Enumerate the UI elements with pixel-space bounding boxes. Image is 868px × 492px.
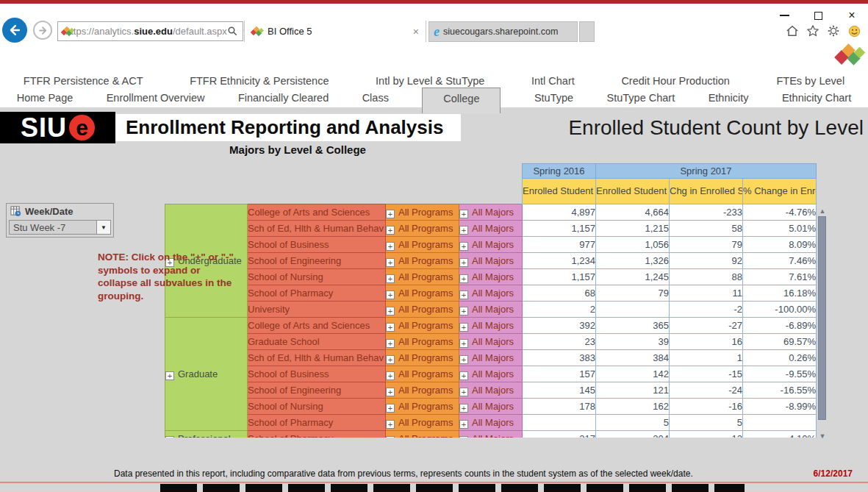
expand-icon[interactable] (386, 274, 395, 283)
week-date-dropdown[interactable]: Stu Week -7 ▼ (9, 220, 111, 235)
browser-tab-inactive[interactable]: e siuecougars.sharepoint.com (428, 21, 578, 42)
maximize-icon (814, 12, 822, 20)
scroll-up-icon[interactable]: ▲ (817, 207, 828, 215)
majors-cell: All Majors (459, 399, 523, 415)
filter-label: Week/Date (25, 206, 73, 217)
forward-button[interactable] (33, 21, 52, 40)
expand-icon[interactable] (459, 371, 468, 380)
nav-tab-ethnicity-chart[interactable]: Ethnicity Chart (782, 92, 851, 104)
nav-tab-enrollment-overview[interactable]: Enrollment Overview (107, 92, 205, 104)
nav-tab-financially-cleared[interactable]: Financially Cleared (238, 92, 329, 104)
expand-icon[interactable] (459, 274, 468, 283)
programs-cell: All Programs (386, 431, 459, 438)
expand-icon[interactable] (459, 355, 468, 364)
value-cell: 5 (596, 415, 670, 431)
value-cell: 304 (596, 431, 670, 438)
expand-icon[interactable] (165, 371, 174, 380)
value-cell: 977 (523, 237, 596, 253)
expand-icon[interactable] (386, 242, 395, 251)
expand-icon[interactable] (386, 339, 395, 348)
nav-tab-ftfr-persistence-act[interactable]: FTFR Persistence & ACT (24, 75, 143, 87)
value-cell: 5.01% (743, 221, 817, 237)
window-titlebar: × (0, 4, 868, 21)
expand-icon[interactable] (459, 307, 468, 315)
expand-icon[interactable] (459, 404, 468, 413)
address-bar[interactable]: https://analytics.siue.edu/default.aspx … (57, 21, 243, 41)
scroll-down-icon[interactable]: ▼ (817, 432, 828, 441)
tab-close-icon[interactable]: × (413, 26, 419, 38)
home-button[interactable] (785, 24, 800, 38)
back-button[interactable] (2, 18, 27, 43)
expand-icon[interactable] (386, 404, 395, 413)
minimize-button[interactable] (775, 10, 793, 21)
expand-icon[interactable] (386, 355, 395, 364)
expand-icon[interactable] (459, 339, 468, 348)
value-cell: 157 (523, 366, 596, 382)
expand-icon[interactable] (386, 210, 395, 218)
nav-tab-ftfr-ethnicity-persistence[interactable]: FTFR Ethnicity & Persistence (190, 75, 329, 87)
feedback-button[interactable] (847, 24, 861, 38)
table-scrollbar[interactable]: ▲ ▼ (817, 207, 828, 441)
expand-icon[interactable] (386, 258, 395, 267)
college-cell: College of Arts and Sciences (248, 204, 386, 221)
table-row: School of BusinessAll ProgramsAll Majors… (165, 237, 817, 253)
value-cell: 1,326 (596, 253, 670, 269)
search-icon[interactable] (227, 26, 238, 37)
settings-button[interactable] (826, 24, 841, 38)
expand-icon[interactable] (459, 226, 468, 235)
expand-icon[interactable] (459, 258, 468, 267)
measure-header: Enrolled Student Count (523, 179, 596, 204)
majors-cell: All Majors (459, 285, 523, 302)
expand-icon[interactable] (386, 420, 395, 429)
expand-icon[interactable] (386, 388, 395, 396)
nav-tab-intl-by-level-stutype[interactable]: Intl by Level & StuType (376, 75, 484, 87)
note-text: NOTE: Click on the "+" or "-" symbols to… (98, 251, 239, 302)
nav-tab-credit-hour-production[interactable]: Credit Hour Production (621, 75, 730, 87)
nav-tab-ftes-by-level[interactable]: FTEs by Level (776, 75, 844, 87)
header-spacer (165, 179, 523, 204)
expand-icon[interactable] (386, 226, 395, 235)
value-cell: -4.76% (743, 204, 817, 221)
report-date: 6/12/2017 (814, 468, 853, 479)
level-cell-graduate: Graduate (165, 318, 248, 431)
expand-icon[interactable] (459, 436, 468, 438)
expand-icon[interactable] (165, 436, 174, 438)
nav-tab-intl-chart[interactable]: Intl Chart (531, 75, 575, 87)
expand-icon[interactable] (459, 290, 468, 299)
scroll-thumb[interactable] (818, 216, 826, 420)
majors-cell: All Majors (459, 269, 523, 285)
expand-icon[interactable] (386, 290, 395, 299)
nav-tab-stutype[interactable]: StuType (534, 92, 573, 104)
nav-tab-ethnicity[interactable]: Ethnicity (709, 92, 749, 104)
new-tab-button[interactable] (579, 21, 595, 42)
term-header-spring-2016: Spring 2016 (523, 164, 596, 179)
expand-icon[interactable] (386, 307, 395, 315)
nav-tab-home-page[interactable]: Home Page (17, 92, 73, 104)
pyramid-analytics-logo (836, 44, 868, 69)
expand-icon[interactable] (459, 388, 468, 396)
table-row: Graduate SchoolAll ProgramsAll Majors233… (165, 334, 817, 350)
expand-icon[interactable] (459, 420, 468, 429)
gear-icon (827, 24, 840, 38)
expand-icon[interactable] (459, 210, 468, 218)
expand-icon[interactable] (386, 323, 395, 332)
expand-icon[interactable] (386, 436, 395, 438)
value-cell: 79 (670, 237, 743, 253)
close-button[interactable]: × (843, 10, 861, 21)
favorites-button[interactable] (806, 24, 820, 38)
dropdown-caret-button[interactable]: ▼ (96, 221, 110, 234)
siue-logo: SIU e (0, 112, 115, 143)
browser-tab-active[interactable]: BI Office 5 × (244, 21, 426, 42)
table-row: ProfessionalSchool of PharmacyAll Progra… (165, 431, 817, 438)
tab-favicon (251, 26, 262, 37)
expand-icon[interactable] (459, 323, 468, 332)
expand-icon[interactable] (386, 371, 395, 380)
maximize-button[interactable] (809, 10, 827, 21)
nav-tab-class[interactable]: Class (362, 92, 389, 104)
value-cell: 7.61% (743, 269, 817, 285)
nav-tab-college[interactable]: College (422, 88, 501, 113)
value-cell: -16.55% (743, 382, 817, 399)
table-viewport: Spring 2016Spring 2017Enrolled Student C… (165, 163, 826, 438)
nav-tab-stutype-chart[interactable]: StuType Chart (607, 92, 675, 104)
expand-icon[interactable] (459, 242, 468, 251)
